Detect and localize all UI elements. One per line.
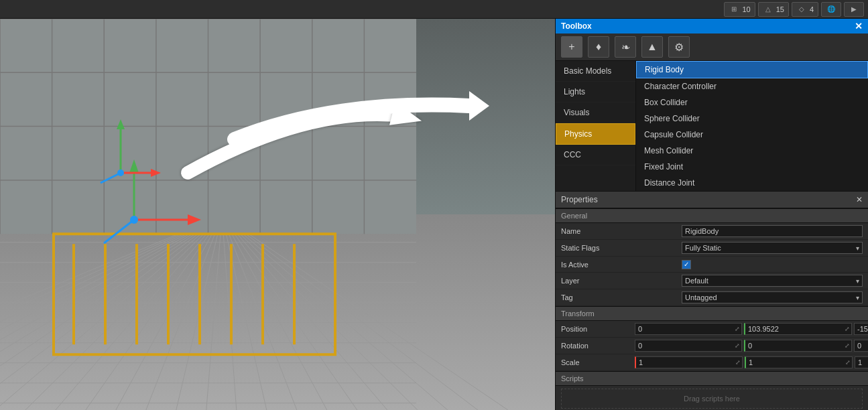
transform-scale-y[interactable] (746, 357, 844, 368)
toolbox-item-mesh-collider[interactable]: Mesh Collider (636, 143, 868, 159)
angle-icon: △ (763, 4, 773, 15)
prop-static-flags-label: Static Flags (561, 244, 682, 252)
toolbox-item-box-collider[interactable]: Box Collider (636, 94, 868, 111)
toolbox-item-basic-models[interactable]: Basic Models (556, 61, 635, 82)
toolbox-item-rigid-body[interactable]: Rigid Body (636, 61, 868, 78)
toolbox-header: Toolbox ✕ (556, 19, 868, 33)
transform-rotation-z-group: ⤢ (854, 340, 868, 352)
viewport-canvas (0, 19, 555, 410)
toolbox-icon-leaf[interactable]: ❧ (615, 36, 636, 58)
tag-dropdown-arrow: ▾ (856, 294, 859, 301)
toolbox-item-capsule-collider[interactable]: Capsule Collider (636, 127, 868, 143)
section-general: General (556, 208, 868, 223)
transform-position-row: Position ⤢ ⤢ ⤢ (556, 321, 868, 338)
properties-title: Properties (561, 195, 598, 204)
rotation-y-expand-icon[interactable]: ⤢ (843, 342, 851, 349)
toolbox-icon-bar: + ♦ ❧ ▲ ⚙ (556, 33, 868, 61)
svg-marker-2 (117, 119, 125, 129)
transform-position-inputs: ⤢ ⤢ ⤢ (635, 323, 868, 335)
prop-tag-value: Untagged (685, 293, 717, 301)
rotation-x-expand-icon[interactable]: ⤢ (733, 342, 741, 349)
transform-position-z-group: ⤢ (854, 323, 868, 335)
scripts-drop-zone[interactable]: Drag scripts here (561, 389, 863, 409)
prop-name-input[interactable] (682, 225, 863, 237)
prop-is-active-label: Is Active (561, 261, 682, 269)
toolbox-item-fixed-joint[interactable]: Fixed Joint (636, 159, 868, 175)
prop-name-value[interactable] (682, 225, 863, 237)
play-icon: ▶ (849, 4, 859, 15)
transform-scale-label: Scale (561, 358, 635, 366)
position-x-expand-icon[interactable]: ⤢ (733, 326, 741, 332)
prop-static-flags-row: Static Flags Fully Static ▾ (556, 240, 868, 257)
scale-y-expand-icon[interactable]: ⤢ (844, 359, 852, 366)
toolbox: Toolbox ✕ + ♦ ❧ ▲ ⚙ Basic Models Lights … (556, 19, 868, 192)
transform-rotation-y[interactable] (745, 340, 843, 351)
toolbar-snap-value: 4 (810, 5, 814, 13)
toolbox-item-character-controller[interactable]: Character Controller (636, 78, 868, 94)
transform-position-y[interactable] (745, 324, 843, 334)
prop-static-flags-value: Fully Static (685, 244, 721, 252)
prop-layer-dropdown[interactable]: Default ▾ (682, 275, 863, 287)
toolbox-item-physics[interactable]: Physics (556, 123, 635, 145)
toolbox-title: Toolbox (561, 21, 592, 31)
transform-rotation-x[interactable] (635, 340, 733, 351)
transform-position-x[interactable] (635, 324, 733, 334)
prop-layer-row: Layer Default ▾ (556, 273, 868, 289)
toolbox-item-ccc[interactable]: CCC (556, 145, 635, 165)
prop-tag-label: Tag (561, 293, 682, 301)
prop-tag-dropdown[interactable]: Untagged ▾ (682, 291, 863, 303)
transform-rotation-row: Rotation ⤢ ⤢ ⤢ (556, 338, 868, 354)
toolbox-icon-mountain[interactable]: ▲ (641, 36, 663, 58)
prop-is-active-checkbox[interactable]: ✓ (682, 260, 691, 269)
properties-header: Properties ✕ (556, 192, 868, 208)
properties-panel: Properties ✕ General Name Static Flags F… (556, 192, 868, 410)
prop-is-active-row: Is Active ✓ (556, 257, 868, 273)
prop-name-row: Name (556, 223, 868, 240)
transform-position-z[interactable] (855, 324, 868, 334)
transform-rotation-y-group: ⤢ (744, 340, 852, 352)
position-y-expand-icon[interactable]: ⤢ (843, 326, 851, 332)
scale-x-expand-icon[interactable]: ⤢ (734, 359, 742, 366)
transform-scale-z[interactable] (855, 357, 868, 368)
transform-scale-x[interactable] (636, 357, 734, 368)
viewport[interactable] (0, 19, 555, 410)
top-toolbar: ⊞ 10 △ 15 ◇ 4 🌐 ▶ (0, 0, 868, 19)
prop-name-label: Name (561, 227, 682, 235)
toolbar-group-world[interactable]: 🌐 (821, 2, 841, 17)
toolbar-group-angle[interactable]: △ 15 (758, 2, 789, 17)
toolbox-left-nav: Basic Models Lights Visuals Physics CCC (556, 61, 636, 191)
prop-layer-label: Layer (561, 277, 682, 285)
transform-rotation-x-group: ⤢ (635, 340, 742, 352)
toolbar-grid-value: 10 (742, 5, 750, 13)
toolbox-item-distance-joint[interactable]: Distance Joint (636, 175, 868, 191)
toolbox-item-lights[interactable]: Lights (556, 82, 635, 102)
toolbox-icon-add[interactable]: + (561, 36, 582, 58)
toolbar-angle-value: 15 (776, 5, 784, 13)
transform-scale-inputs: ⤢ ⤢ ⤢ (635, 356, 868, 368)
toolbox-close-button[interactable]: ✕ (855, 21, 863, 31)
prop-tag-row: Tag Untagged ▾ (556, 289, 868, 306)
properties-close-button[interactable]: ✕ (856, 195, 863, 204)
toolbox-item-sphere-collider[interactable]: Sphere Collider (636, 111, 868, 127)
prop-static-flags-dropdown[interactable]: Fully Static ▾ (682, 242, 863, 254)
grid-icon: ⊞ (729, 4, 739, 15)
layer-dropdown-arrow: ▾ (856, 277, 859, 285)
transform-position-x-group: ⤢ (635, 323, 742, 335)
toolbar-group-play[interactable]: ▶ (844, 2, 864, 17)
toolbox-item-visuals[interactable]: Visuals (556, 102, 635, 123)
toolbar-group-snap[interactable]: ◇ 4 (792, 2, 818, 17)
transform-rotation-inputs: ⤢ ⤢ ⤢ (635, 340, 868, 352)
right-panel: Toolbox ✕ + ♦ ❧ ▲ ⚙ Basic Models Lights … (555, 19, 868, 410)
toolbar-group-grid[interactable]: ⊞ 10 (724, 2, 755, 17)
toolbox-content: Basic Models Lights Visuals Physics CCC … (556, 61, 868, 191)
transform-scale-y-group: ⤢ (745, 356, 853, 368)
prop-layer-value: Default (685, 277, 708, 285)
section-transform: Transform (556, 306, 868, 321)
toolbox-icon-gear[interactable]: ⚙ (668, 36, 690, 58)
transform-position-label: Position (561, 325, 635, 333)
svg-line-5 (101, 173, 121, 183)
section-scripts: Scripts (556, 371, 868, 386)
toolbox-icon-heart[interactable]: ♦ (588, 36, 609, 58)
transform-rotation-z[interactable] (855, 340, 868, 351)
main-area: Toolbox ✕ + ♦ ❧ ▲ ⚙ Basic Models Lights … (0, 19, 868, 410)
